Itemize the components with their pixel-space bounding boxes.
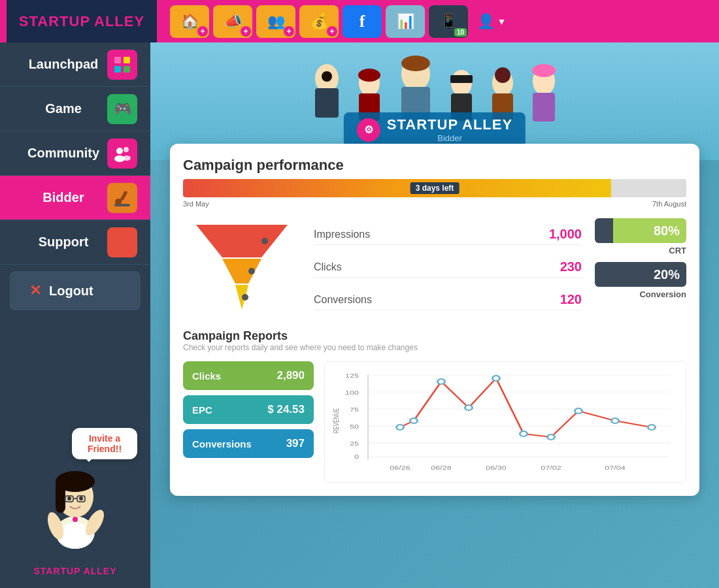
logout-btn[interactable]: ✕ Logout: [10, 271, 141, 310]
svg-text:100: 100: [345, 389, 359, 396]
nav-team-plus: +: [284, 26, 294, 37]
logo-area: STARTUP ALLEY: [7, 0, 157, 42]
kpi-list: Clicks 2,890 EPC $ 24.53 Conversions 397: [183, 361, 314, 483]
nav-mega-plus: +: [241, 26, 251, 37]
svg-point-44: [495, 67, 510, 83]
svg-rect-8: [120, 190, 127, 201]
svg-point-7: [123, 155, 131, 161]
svg-text:06/28: 06/28: [431, 465, 452, 471]
svg-point-78: [492, 376, 499, 381]
conv-pct-value: 20%: [654, 267, 680, 282]
svg-point-5: [124, 147, 129, 152]
sidebar-item-launchpad[interactable]: Launchpad: [0, 42, 150, 87]
progress-bar: 3 days left: [183, 179, 686, 197]
conv-block: 20% Conversion: [595, 262, 686, 299]
svg-point-11: [114, 235, 130, 250]
svg-rect-2: [114, 66, 121, 73]
kpi-clicks-btn[interactable]: Clicks 2,890: [183, 361, 314, 390]
line-chart: 125 100 75 50 25 0 REVENUE 06/26 06/28 0…: [331, 368, 679, 473]
logout-label: Logout: [49, 284, 93, 299]
progress-fill: [183, 179, 611, 197]
conv-bar: 20%: [595, 262, 686, 287]
svg-point-29: [73, 517, 78, 522]
svg-text:125: 125: [345, 372, 359, 379]
kpi-clicks-value: 2,890: [276, 369, 305, 382]
kpi-conversions-value: 397: [286, 437, 305, 450]
metric-blocks: 80% CRT 20% Conversion: [595, 218, 686, 316]
conversions-row: Conversions 120: [314, 289, 582, 310]
svg-text:50: 50: [350, 423, 359, 430]
nav-facebook-btn[interactable]: f: [343, 5, 382, 38]
crt-block: 80% CRT: [595, 218, 686, 255]
date-start: 3rd May: [183, 200, 209, 208]
campaign-perf-title: Campaign performance: [183, 157, 686, 174]
stats-list: Impressions 1,000 Clicks 230 Conversions…: [314, 218, 582, 316]
sidebar-item-bidder[interactable]: Bidder: [0, 176, 150, 220]
avatar-btn[interactable]: 👤 ▼: [472, 5, 511, 38]
nav-home-btn[interactable]: 🏠 +: [170, 5, 209, 38]
main-card: Campaign performance 3 days left 3rd May…: [170, 144, 699, 496]
svg-point-47: [532, 64, 556, 77]
svg-point-79: [520, 431, 527, 436]
svg-point-80: [547, 434, 554, 440]
nav-icons: 🏠 + 📣 + 👥 + 💰 + f 📊 📱 10 👤 ▼: [170, 5, 712, 38]
svg-point-35: [358, 69, 380, 82]
conv-label: Conversion: [595, 289, 686, 299]
svg-rect-23: [56, 480, 65, 513]
sidebar-game-label: Game: [20, 101, 107, 116]
svg-rect-46: [533, 93, 555, 122]
header: STARTUP ALLEY 🏠 + 📣 + 👥 + 💰 + f 📊 📱 10: [0, 0, 719, 42]
logo-part1: STARTUP: [19, 13, 90, 29]
svg-line-14: [125, 237, 127, 240]
invite-text: Invite a Friend!!: [88, 433, 122, 454]
crt-bar: 80%: [595, 218, 686, 243]
invite-bubble[interactable]: Invite a Friend!!: [72, 428, 137, 459]
content-area: ⚙ STARTUP ALLEY Bidder Campaign performa…: [150, 42, 719, 588]
sidebar-logo: STARTUP ALLEY: [7, 561, 144, 581]
sidebar-character: [7, 448, 144, 561]
date-end: 7th August: [652, 200, 686, 208]
impressions-value: 1,000: [549, 227, 582, 242]
svg-point-81: [575, 408, 582, 414]
crt-label: CRT: [595, 246, 686, 255]
chart-area: 125 100 75 50 25 0 REVENUE 06/26 06/28 0…: [324, 361, 686, 483]
kpi-epc-btn[interactable]: EPC $ 24.53: [183, 395, 314, 424]
sidebar-launchpad-label: Launchpad: [20, 57, 107, 72]
svg-point-52: [248, 268, 255, 274]
kpi-clicks-label: Clicks: [192, 370, 221, 382]
banner-title: ⚙ STARTUP ALLEY Bidder: [344, 112, 526, 147]
kpi-conversions-btn[interactable]: Conversions 397: [183, 429, 314, 458]
clicks-row: Clicks 230: [314, 257, 582, 278]
reports-subtitle: Check your reports daily and see where y…: [183, 343, 686, 352]
svg-rect-1: [124, 57, 130, 63]
campaign-section: Campaign performance 3 days left 3rd May…: [183, 157, 686, 316]
svg-rect-41: [450, 75, 473, 83]
sidebar-item-game[interactable]: Game 🎮: [0, 87, 150, 131]
nav-megaphone-btn[interactable]: 📣 +: [213, 5, 252, 38]
sidebar-bottom: Invite a Friend!!: [0, 415, 150, 588]
main-layout: Launchpad Game 🎮 Community: [0, 42, 719, 588]
perf-row: Impressions 1,000 Clicks 230 Conversions…: [183, 218, 686, 316]
svg-rect-0: [114, 57, 121, 63]
kpi-conversions-label: Conversions: [192, 438, 252, 449]
clicks-label: Clicks: [314, 261, 342, 273]
nav-mobile-badge: 10: [454, 28, 467, 37]
logout-x-icon: ✕: [29, 282, 41, 299]
svg-text:25: 25: [350, 440, 359, 447]
svg-point-74: [396, 425, 403, 430]
nav-mobile-btn[interactable]: 📱 10: [429, 5, 468, 38]
nav-presentation-btn[interactable]: 📊: [386, 5, 425, 38]
impressions-row: Impressions 1,000: [314, 224, 582, 245]
logo-text: STARTUP ALLEY: [19, 13, 144, 30]
svg-text:75: 75: [350, 406, 359, 413]
sidebar-item-community[interactable]: Community: [0, 131, 150, 176]
sidebar-item-support[interactable]: Support: [0, 220, 150, 265]
char6: [526, 59, 562, 134]
svg-point-12: [119, 239, 125, 246]
bidder-icon: [107, 183, 137, 213]
nav-team-btn[interactable]: 👥 +: [256, 5, 295, 38]
nav-money-btn[interactable]: 💰 +: [299, 5, 339, 38]
crt-pct-value: 80%: [654, 223, 680, 238]
reports-title: Campaign Reports: [183, 329, 686, 343]
svg-point-28: [79, 497, 83, 500]
